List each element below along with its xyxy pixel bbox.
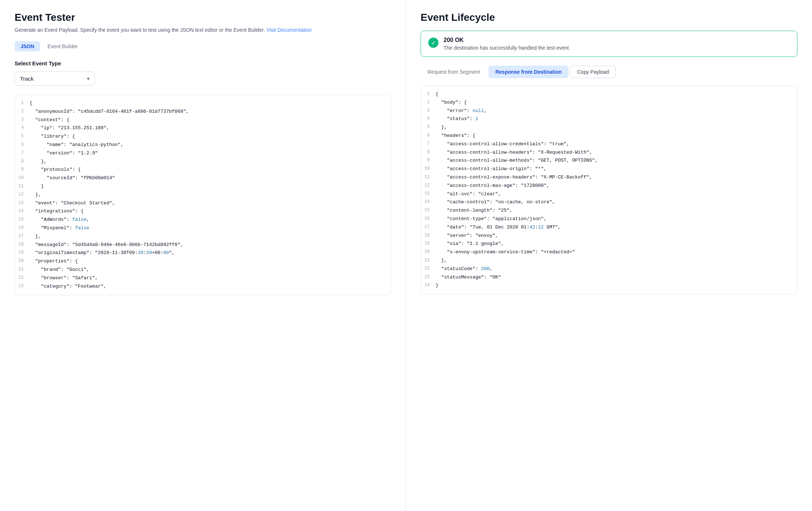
code-line: 17 "date": "Tue, 01 Dec 2020 01:42:12 GM… (421, 223, 797, 232)
line-text: "originalTimestamp": "2020-11-30T09:39:5… (30, 249, 175, 257)
code-line: 19 "originalTimestamp": "2020-11-30T09:3… (15, 249, 391, 257)
json-editor[interactable]: 1{2 "anonymousId": "c45dcdd7-8164-461f-a… (15, 95, 391, 295)
lifecycle-tabs: Request from SegmentResponse from Destin… (421, 66, 797, 78)
code-line: 8 "access-control-allow-headers": "X-Req… (421, 149, 797, 157)
code-line: 18 "server": "envoy", (421, 232, 797, 240)
line-number: 6 (421, 132, 436, 139)
lifecycle-tab[interactable]: Request from Segment (421, 66, 487, 78)
line-text: } (436, 282, 438, 289)
line-text: "cache-control": "no-cache, no-store", (436, 199, 555, 206)
code-line: 6 "name": "analytics-python", (15, 141, 391, 149)
line-number: 9 (15, 166, 30, 173)
code-line: 21 "brand": "Gucci", (15, 266, 391, 274)
line-number: 2 (15, 108, 30, 115)
code-line: 9 "protocols": { (15, 166, 391, 174)
line-number: 20 (15, 258, 30, 265)
code-line: 11 "access-control-expose-headers": "X-M… (421, 173, 797, 182)
line-number: 13 (421, 191, 436, 197)
line-number: 4 (15, 124, 30, 131)
line-number: 18 (15, 241, 30, 248)
line-text: "AdWords": false, (30, 216, 89, 224)
success-text: 200 OK The destination has successfully … (444, 37, 570, 51)
line-text: "properties": { (30, 258, 78, 265)
line-number: 7 (421, 141, 436, 147)
line-text: "alt-svc": "clear", (436, 191, 501, 198)
tab-json[interactable]: JSON (15, 41, 40, 51)
code-line: 14 "integrations": { (15, 207, 391, 216)
line-text: "context": { (30, 116, 69, 124)
line-text: "Mixpanel": false (30, 224, 89, 232)
code-line: 15 "AdWords": false, (15, 216, 391, 224)
tab-event-builder[interactable]: Event Builder (42, 41, 84, 51)
line-number: 5 (421, 124, 436, 131)
code-line: 4 "status": 1 (421, 115, 797, 123)
success-message: The destination has successfully handled… (444, 45, 570, 51)
line-number: 11 (15, 183, 30, 190)
line-text: "name": "analytics-python", (30, 141, 123, 149)
line-text: "via": "1.1 google", (436, 240, 504, 248)
line-text: "access-control-allow-methods": "GET, PO… (436, 157, 598, 165)
code-line: 20 "properties": { (15, 257, 391, 266)
code-line: 18 "messageId": "5d45d4a0-946e-46e6-806b… (15, 241, 391, 249)
code-line: 20 "x-envoy-upstream-service-time": "<re… (421, 248, 797, 257)
line-text: }, (30, 158, 47, 166)
code-line: 24} (421, 281, 797, 290)
line-text: "version": "1.2.9" (30, 150, 98, 157)
visit-docs-link[interactable]: Visit Documentation (266, 27, 312, 33)
code-line: 2 "anonymousId": "c45dcdd7-8164-461f-a60… (15, 108, 391, 116)
line-text: "access-control-max-age": "1728000", (436, 182, 549, 190)
line-text: "library": { (30, 133, 75, 141)
line-number: 19 (421, 240, 436, 247)
code-line: 11 } (15, 182, 391, 191)
code-line: 3 "context": { (15, 116, 391, 124)
line-number: 11 (421, 174, 436, 181)
lifecycle-tab[interactable]: Copy Payload (570, 66, 616, 78)
code-line: 15 "content-length": "25", (421, 207, 797, 215)
code-line: 22 "statusCode": 200, (421, 265, 797, 273)
code-line: 21 }, (421, 257, 797, 265)
code-line: 13 "event": "Checkout Started", (15, 199, 391, 208)
line-text: "headers": { (436, 132, 475, 140)
line-text: "anonymousId": "c45dcdd7-8164-461f-a606-… (30, 108, 189, 116)
line-text: "content-type": "application/json", (436, 215, 546, 223)
line-number: 10 (421, 165, 436, 172)
code-line: 10 "sourceId": "fPKb06m914" (15, 174, 391, 182)
line-text: "statusMessage": "OK" (436, 274, 501, 281)
code-line: 13 "alt-svc": "clear", (421, 190, 797, 199)
line-number: 1 (15, 100, 30, 107)
line-number: 22 (421, 265, 436, 272)
line-text: "sourceId": "fPKb06m914" (30, 174, 115, 182)
line-number: 3 (421, 107, 436, 114)
line-text: "event": "Checkout Started", (30, 200, 115, 207)
line-text: "status": 1 (436, 115, 478, 123)
line-text: "access-control-allow-origin": "*", (436, 165, 546, 173)
code-line: 12 "access-control-max-age": "1728000", (421, 182, 797, 190)
line-number: 1 (421, 91, 436, 97)
code-line: 23 "statusMessage": "OK" (421, 273, 797, 282)
code-line: 7 "version": "1.2.9" (15, 149, 391, 158)
line-number: 18 (421, 232, 436, 239)
code-line: 1{ (421, 90, 797, 99)
left-panel: Event Tester Generate an Event Payload. … (0, 0, 406, 511)
line-text: "access-control-allow-credentials": "tru… (436, 141, 569, 148)
code-line: 23 "category": "Footwear", (15, 283, 391, 291)
line-number: 14 (421, 199, 436, 205)
code-line: 4 "ip": "213.155.251.188", (15, 124, 391, 132)
subtitle: Generate an Event Payload. Specify the e… (15, 26, 391, 34)
success-code: 200 OK (444, 37, 570, 43)
response-code-viewer: 1{2 "body": {3 "error": null,4 "status":… (421, 85, 797, 295)
select-event-title: Select Event Type (15, 60, 391, 66)
line-text: "body": { (436, 99, 467, 107)
line-text: }, (30, 191, 41, 199)
right-panel: Event Lifecycle ✓ 200 OK The destination… (406, 0, 812, 511)
line-number: 12 (421, 182, 436, 189)
line-text: "access-control-allow-headers": "X-Reque… (436, 149, 592, 157)
line-number: 5 (15, 133, 30, 140)
line-text: "date": "Tue, 01 Dec 2020 01:42:12 GMT", (436, 224, 561, 231)
code-line: 16 "Mixpanel": false (15, 224, 391, 233)
lifecycle-tab[interactable]: Response from Destination (488, 66, 569, 78)
line-text: { (436, 91, 438, 98)
event-type-select[interactable]: TrackPageIdentifyScreenGroupAlias (15, 72, 95, 86)
line-text: "brand": "Gucci", (30, 266, 89, 274)
code-line: 12 }, (15, 191, 391, 199)
